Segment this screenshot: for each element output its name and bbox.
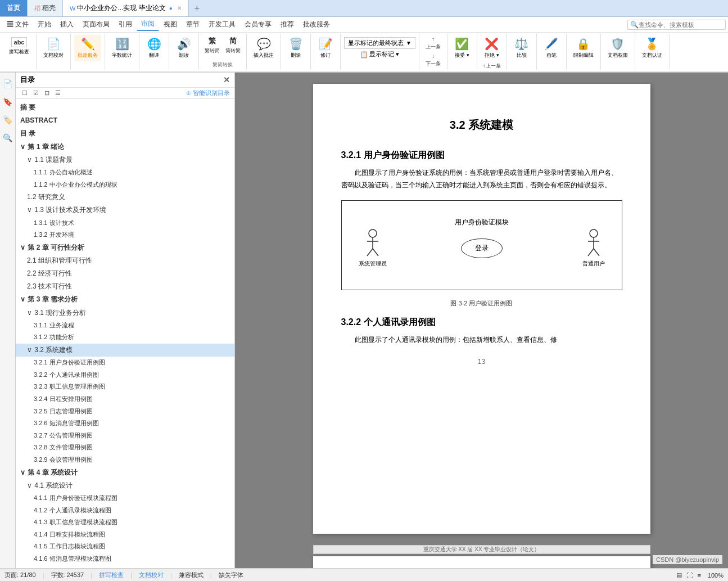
delete-button[interactable]: 🗑️ 删除: [284, 35, 307, 61]
reject-button[interactable]: ❌ 拒绝 ▾: [481, 35, 503, 61]
tab-close-button[interactable]: ✕: [177, 5, 182, 11]
toc-item-3-2-7[interactable]: 3.2.7 公告管理用例图: [16, 430, 234, 442]
prev2-button[interactable]: ↑上一条: [481, 61, 503, 71]
status-doccheck[interactable]: 文档校对: [139, 571, 164, 579]
menu-chapter[interactable]: 章节: [182, 19, 204, 30]
menu-dev[interactable]: 开发工具: [204, 19, 240, 30]
toc-item-4-1-4[interactable]: 4.1.4 日程安排模块流程图: [16, 529, 234, 541]
trad-to-simp-button[interactable]: 繁 繁转简: [202, 35, 222, 56]
sidebar-close-button[interactable]: ✕: [223, 75, 230, 84]
show-markup-toggle[interactable]: 📋 显示标记 ▾: [360, 50, 399, 58]
compare-button[interactable]: ⚖️ 比较: [510, 35, 533, 61]
insert-comment-button[interactable]: 💬 插入批注: [250, 35, 277, 61]
toc-item-1-3-2[interactable]: 1.3.2 开发环境: [16, 229, 234, 241]
toc-item-1-3-1[interactable]: 1.3.1 设计技术: [16, 217, 234, 229]
toc-item-2-2[interactable]: 2.2 经济可行性: [16, 267, 234, 280]
search-input[interactable]: [639, 21, 723, 28]
menu-view[interactable]: 视图: [159, 19, 182, 30]
nav-bookmark-icon[interactable]: 🔖: [1, 95, 15, 109]
toc-item-ch2[interactable]: ∨ 第 2 章 可行性分析: [16, 241, 234, 254]
toc-settings-button[interactable]: ☰: [53, 89, 62, 97]
toc-item-3-2-8[interactable]: 3.2.8 文件管理用例图: [16, 442, 234, 454]
toc-item-4-1-5[interactable]: 4.1.5 工作日志模块流程图: [16, 541, 234, 553]
toc-item-1-1[interactable]: ∨ 1.1 课题背景: [16, 154, 234, 166]
menu-recommend[interactable]: 推荐: [276, 19, 299, 30]
toc-item-3-2-9[interactable]: 3.2.9 会议管理用例图: [16, 454, 234, 466]
read-button[interactable]: 🔊 朗读: [173, 35, 195, 61]
view-fullscreen-icon[interactable]: ⛶: [686, 572, 693, 579]
nav-doc-icon[interactable]: 📄: [1, 77, 15, 91]
toc-item-2-3[interactable]: 2.3 技术可行性: [16, 280, 234, 293]
status-page[interactable]: 页面: 21/80: [4, 571, 36, 579]
menu-insert[interactable]: 插入: [56, 19, 78, 30]
toc-item-abstract-en[interactable]: ABSTRACT: [16, 114, 234, 127]
menu-vip[interactable]: 会员专享: [240, 19, 276, 30]
doc-check-button[interactable]: 📄 文档校对: [40, 35, 67, 61]
toc-item-toc[interactable]: 目 录: [16, 127, 234, 140]
toc-options-button[interactable]: ⊡: [43, 89, 51, 97]
toc-item-3-1-1[interactable]: 3.1.1 业务流程: [16, 319, 234, 332]
toc-item-3-2-6[interactable]: 3.2.6 短消息管理用例图: [16, 417, 234, 430]
show-markup-dropdown[interactable]: 显示标记的最终状态 ▼: [344, 37, 415, 49]
next2-button[interactable]: ↓下一条: [481, 71, 503, 72]
smart-toc-button[interactable]: ⊕ 智能识别目录: [186, 89, 230, 97]
toc-item-4-1[interactable]: ∨ 4.1 系统设计: [16, 479, 234, 492]
translate-button[interactable]: 🌐 翻译: [143, 35, 165, 61]
status-words[interactable]: 字数: 24537: [51, 571, 84, 579]
status-spellcheck[interactable]: 拼写检查: [99, 571, 124, 579]
restrict-button[interactable]: 🔒 限制编辑: [570, 35, 597, 61]
menu-start[interactable]: 开始: [33, 19, 56, 30]
toc-item-4-1-6[interactable]: 4.1.6 短消息管理模块流程图: [16, 553, 234, 565]
toc-item-ch3[interactable]: ∨ 第 3 章 需求分析: [16, 293, 234, 306]
pen-button[interactable]: 🖊️ 画笔: [540, 35, 563, 61]
prev-comment-button[interactable]: ↑ 上一条: [423, 35, 443, 52]
document-area[interactable]: 3.2 系统建模 3.2.1 用户身份验证用例图 此图显示了用户身份验证系统的用…: [235, 73, 728, 568]
view-outline-icon[interactable]: ≡: [697, 572, 700, 579]
toc-item-4-1-2[interactable]: 4.1.2 个人通讯录模块流程图: [16, 505, 234, 517]
tab-home[interactable]: 首页: [0, 0, 28, 16]
view-normal-icon[interactable]: ▤: [676, 571, 682, 579]
tab-wps[interactable]: 稻 稻壳: [28, 0, 63, 16]
simp-to-trad-button[interactable]: 简 简转繁: [223, 35, 243, 56]
next-comment-button[interactable]: ↓ 下一条: [423, 52, 443, 69]
toc-item-3-2-5[interactable]: 3.2.5 日志管理用例图: [16, 406, 234, 418]
toc-expand-button[interactable]: ☑: [31, 89, 40, 97]
toc-item-1-1-1[interactable]: 1.1.1 办公自动化概述: [16, 166, 234, 179]
track-button[interactable]: 📝 修订: [314, 35, 337, 61]
toc-item-3-1[interactable]: ∨ 3.1 现行业务分析: [16, 307, 234, 319]
toc-item-4-1-1[interactable]: 4.1.1 用户身份验证模块流程图: [16, 492, 234, 505]
menu-ref[interactable]: 引用: [114, 19, 137, 30]
toc-item-3-2-2[interactable]: 3.2.2 个人通讯录用例图: [16, 369, 234, 381]
correct-service-button[interactable]: ✏️ 批改服务: [74, 35, 101, 61]
nav-tag-icon[interactable]: 🏷️: [1, 113, 15, 127]
toc-collapse-all-button[interactable]: ☐: [20, 89, 29, 97]
toc-item-1-3[interactable]: ∨ 1.3 设计技术及开发环境: [16, 204, 234, 217]
nav-search-icon[interactable]: 🔍: [1, 131, 15, 145]
tab-doc[interactable]: W 中小企业办公...实现 毕业论文 ● ✕: [63, 0, 189, 16]
toc-item-3-1-2[interactable]: 3.1.2 功能分析: [16, 331, 234, 344]
doc-cert-button[interactable]: 🏅 文档认证: [639, 35, 666, 61]
toc-item-ch4[interactable]: ∨ 第 4 章 系统设计: [16, 466, 234, 479]
toc-item-ch1[interactable]: ∨ 第 1 章 绪论: [16, 141, 234, 154]
toc-item-2-1[interactable]: 2.1 组织和管理可行性: [16, 254, 234, 267]
doc-perm-button[interactable]: 🛡️ 文档权限: [604, 35, 631, 61]
menu-correct[interactable]: 批改服务: [299, 19, 334, 30]
word-count-button[interactable]: 🔢 字数统计: [108, 35, 135, 61]
toc-item-abstract[interactable]: 摘 要: [16, 101, 234, 114]
accept-button[interactable]: ✅ 接受 ▾: [451, 35, 473, 61]
status-font[interactable]: 缺失字体: [219, 571, 243, 579]
menu-review[interactable]: 审阅: [137, 18, 159, 31]
toc-item-3-2-3[interactable]: 3.2.3 职工信息管理用例图: [16, 381, 234, 393]
toc-item-1-2[interactable]: 1.2 研究意义: [16, 191, 234, 204]
toc-item-3-2-4[interactable]: 3.2.4 日程安排用例图: [16, 393, 234, 406]
toc-item-3-2[interactable]: ∨ 3.2 系统建模: [16, 344, 234, 357]
search-box[interactable]: 🔍: [627, 20, 726, 30]
toc-item-1-1-2[interactable]: 1.1.2 中小企业办公模式的现状: [16, 179, 234, 191]
menu-layout[interactable]: 页面布局: [78, 19, 114, 30]
status-compat[interactable]: 兼容模式: [179, 571, 204, 579]
toc-item-4-1-3[interactable]: 4.1.3 职工信息管理模块流程图: [16, 516, 234, 529]
toc-item-3-2-1[interactable]: 3.2.1 用户身份验证用例图: [16, 357, 234, 369]
menu-file[interactable]: ☰ 文件: [2, 19, 33, 30]
spell-check-button[interactable]: abc 拼写检查: [6, 35, 33, 58]
tab-add-button[interactable]: +: [189, 3, 205, 13]
